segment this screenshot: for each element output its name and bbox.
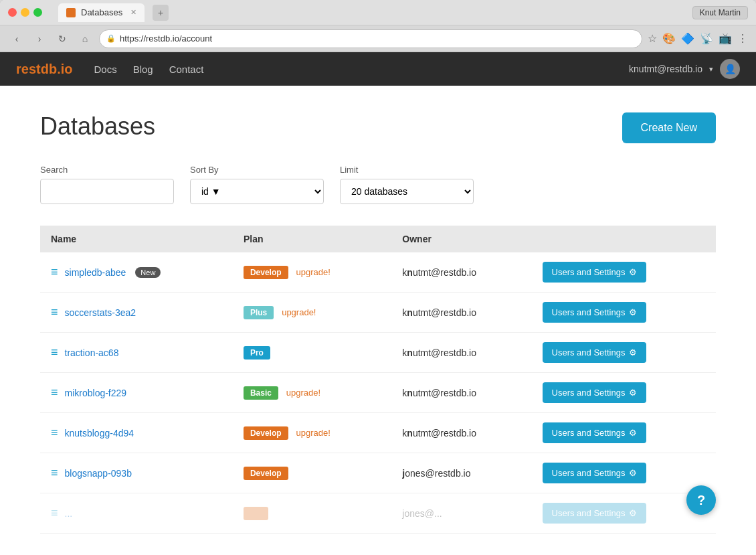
db-actions-cell: Users and Settings ⚙ [532,293,716,333]
sort-label: Sort By [190,165,324,175]
plan-badge: Develop [244,467,288,480]
db-name-link[interactable]: soccerstats-3ea2 [65,307,136,318]
db-owner-cell: jones@restdb.io [391,453,531,493]
partial-owner-cell: jones@... [391,493,531,534]
db-name-link-partial[interactable]: ... [65,508,73,519]
settings-button[interactable]: Users and Settings ⚙ [543,382,647,403]
url-text: https://restdb.io/account [120,33,212,44]
nav-contact[interactable]: Contact [169,64,204,75]
db-icon: ≡ [51,506,58,520]
db-actions-cell: Users and Settings ⚙ [532,453,716,493]
logo-dot: .io [57,62,72,76]
partial-plan-cell [233,493,391,534]
page-header: Databases Create New [40,112,716,143]
gear-icon: ⚙ [629,388,637,398]
db-name-cell: ≡ soccerstats-3ea2 [40,293,233,333]
address-bar[interactable]: 🔒 https://restdb.io/account [99,29,642,48]
avatar-icon: 👤 [725,64,736,74]
menu-icon[interactable]: ⋮ [737,32,748,45]
home-button[interactable]: ⌂ [76,30,94,48]
settings-button[interactable]: Users and Settings ⚙ [543,262,647,283]
db-owner-cell: knutmt@restdb.io [391,252,531,293]
forward-button[interactable]: › [31,30,48,48]
toolbar-icons: ☆ 🎨 🔷 📡 📺 ⋮ [648,32,748,45]
db-plan-cell: Plus upgrade! [233,293,391,333]
db-name-link[interactable]: blogsnapp-093b [65,468,132,479]
upgrade-link[interactable]: upgrade! [296,428,330,438]
main-content: Databases Create New Search Sort By id ▼… [0,86,756,555]
tab-close-button[interactable]: ✕ [130,8,136,17]
table-row-partial: ≡ ... jones@... Users and Settings ⚙ [40,493,716,534]
limit-group: Limit 20 databases 50 databases 100 data… [340,165,474,204]
tab-title: Databases [81,7,122,17]
avatar[interactable]: 👤 [720,59,740,79]
db-actions-cell: Users and Settings ⚙ [532,413,716,453]
maximize-window-button[interactable] [33,8,42,17]
app-nav-right: knutmt@restdb.io ▾ 👤 [629,59,740,79]
gear-icon: ⚙ [629,307,637,317]
db-name-cell: ≡ blogsnapp-093b [40,453,233,493]
db-name-link[interactable]: mikroblog-f229 [65,388,127,398]
plan-badge: Develop [244,426,288,440]
refresh-button[interactable]: ↻ [54,30,71,48]
sort-select[interactable]: id ▼ name [190,179,324,204]
db-actions-cell: Users and Settings ⚙ [532,252,716,293]
upgrade-link[interactable]: upgrade! [282,307,316,317]
db-icon: ≡ [51,386,58,400]
owner-text: knutmt@restdb.io [402,388,476,398]
extensions-icon[interactable]: 🎨 [662,32,676,45]
db-icon: ≡ [51,426,58,440]
db-plan-cell: Develop [233,453,391,493]
db-name-cell: ≡ mikroblog-f229 [40,373,233,413]
create-new-button[interactable]: Create New [622,112,716,143]
col-plan: Plan [233,226,391,252]
nav-docs[interactable]: Docs [94,64,116,75]
help-button[interactable]: ? [686,485,716,515]
settings-button[interactable]: Users and Settings ⚙ [543,463,647,483]
upgrade-link[interactable]: upgrade! [286,388,320,398]
table-row: ≡ mikroblog-f229 Basic upgrade! knutmt@r… [40,373,716,413]
settings-button[interactable]: Users and Settings ⚙ [543,342,647,363]
lock-icon: 🔒 [106,34,116,43]
db-owner-cell: knutmt@restdb.io [391,333,531,373]
col-actions [532,226,716,252]
db-name-cell: ≡ simpledb-abee New [40,252,233,293]
rss-icon[interactable]: 📡 [700,32,713,45]
settings-button[interactable]: Users and Settings ⚙ [543,302,647,323]
db-owner-cell: knutmt@restdb.io [391,373,531,413]
plan-badge: Basic [244,386,278,400]
db-actions-cell: Users and Settings ⚙ [532,373,716,413]
traffic-lights [8,8,42,17]
db-name-link[interactable]: traction-ac68 [65,347,119,358]
nav-blog[interactable]: Blog [133,64,153,75]
db-name-link[interactable]: simpledb-abee [65,267,126,278]
plan-badge-partial [244,507,268,520]
upgrade-link[interactable]: upgrade! [296,267,330,277]
settings-button[interactable]: Users and Settings ⚙ [543,422,647,443]
db-plan-cell: Develop upgrade! [233,252,391,293]
settings-button-partial[interactable]: Users and Settings ⚙ [543,503,647,524]
minimize-window-button[interactable] [21,8,29,17]
page-title: Databases [40,112,155,141]
db-name-link[interactable]: knutsblogg-4d94 [65,428,134,439]
limit-label: Limit [340,165,474,175]
gear-icon: ⚙ [629,468,637,478]
browser-tab[interactable]: Databases ✕ [58,3,145,22]
limit-select[interactable]: 20 databases 50 databases 100 databases [340,179,474,204]
plan-badge: Plus [244,306,274,319]
table-row: ≡ simpledb-abee New Develop upgrade! knu… [40,252,716,293]
search-input[interactable] [40,179,174,204]
browser-window: Databases ✕ + Knut Martin ‹ › ↻ ⌂ 🔒 http… [0,0,756,555]
bookmark-icon[interactable]: ☆ [648,32,657,45]
cast-icon[interactable]: 📺 [719,32,732,45]
new-tab-button[interactable]: + [153,5,169,21]
close-window-button[interactable] [8,8,17,17]
filters-row: Search Sort By id ▼ name Limit 20 databa… [40,165,716,204]
table-row: ≡ blogsnapp-093b Develop jones@restdb.io… [40,453,716,493]
table-header-row: Name Plan Owner [40,226,716,252]
user-dropdown-icon[interactable]: ▾ [709,65,713,74]
back-button[interactable]: ‹ [8,30,25,48]
pocket-icon[interactable]: 🔷 [681,32,694,45]
db-icon: ≡ [51,265,58,279]
owner-text: knutmt@restdb.io [402,307,476,318]
